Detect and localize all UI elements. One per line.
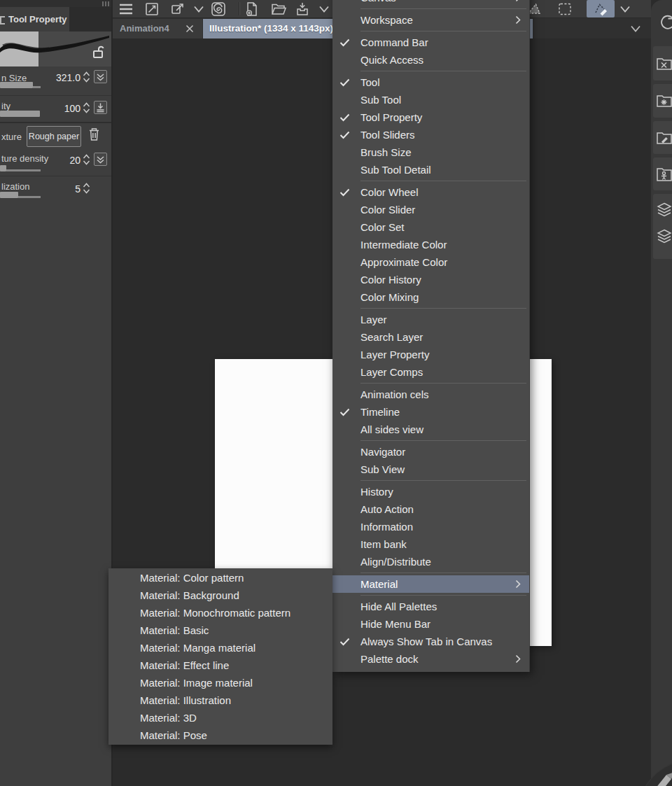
menu-item-search-layer[interactable]: Search Layer (332, 328, 529, 346)
submenu-item-material-background[interactable]: Material: Background (108, 587, 332, 604)
submenu-item-material-illustration[interactable]: Material: Illustration (108, 692, 332, 709)
undo-circular-arrow-icon[interactable] (658, 13, 672, 32)
tab-animation4[interactable]: Animation4 (113, 19, 202, 38)
menu-item-label: Material (360, 578, 515, 590)
hamburger-menu-icon[interactable] (118, 3, 134, 15)
rectangle-selection-icon[interactable] (556, 1, 573, 17)
submenu-item-material-color-pattern[interactable]: Material: Color pattern (108, 569, 332, 587)
tab-list-chevron-icon[interactable] (629, 22, 643, 35)
pose-panel-button[interactable] (653, 157, 672, 190)
slider-opacity[interactable] (0, 111, 40, 117)
texture-select-button[interactable]: Rough paper (27, 126, 81, 147)
scale-tool-icon[interactable] (144, 1, 160, 17)
tab-tool-property[interactable]: Tool Property (0, 7, 69, 31)
slider-label-opacity: ity (1, 101, 10, 111)
material-panel-button[interactable] (653, 84, 672, 118)
vector-selection-button-active[interactable] (587, 0, 615, 17)
stepper-stabilization[interactable] (82, 182, 91, 195)
menu-item-label: Search Layer (360, 331, 515, 343)
menu-item-timeline[interactable]: Timeline (332, 403, 529, 421)
menu-item-animation-cels[interactable]: Animation cels (332, 386, 529, 403)
edit-panel-button[interactable] (653, 121, 672, 154)
menu-item-tool-sliders[interactable]: Tool Sliders (332, 126, 529, 143)
slider-texture-density[interactable] (0, 165, 6, 171)
menu-item-layer-comps[interactable]: Layer Comps (332, 363, 529, 381)
submenu-item-material-3d[interactable]: Material: 3D (108, 709, 332, 727)
menu-item-label: Item bank (360, 538, 515, 550)
layer-stack-panel-button[interactable] (653, 194, 672, 259)
slider-stabilization[interactable] (0, 192, 18, 198)
stepper-opacity[interactable] (82, 101, 91, 114)
close-icon[interactable] (185, 24, 195, 34)
submenu-item-material-image-material[interactable]: Material: Image material (108, 674, 332, 692)
right-sidebar (651, 0, 672, 786)
menu-item-material[interactable]: Material (332, 575, 529, 593)
slider-texture-density-track[interactable] (6, 169, 41, 171)
open-file-icon[interactable] (271, 1, 286, 17)
submenu-item-material-manga-material[interactable]: Material: Manga material (108, 639, 332, 657)
expand-slider-button-size[interactable] (94, 70, 107, 83)
expand-slider-button-texture-density[interactable] (94, 153, 107, 166)
stepper-size[interactable] (82, 71, 91, 83)
menu-item-layer-property[interactable]: Layer Property (332, 346, 529, 363)
menu-item-all-sides-view[interactable]: All sides view (332, 421, 529, 438)
chevron-down-icon[interactable] (317, 3, 331, 15)
menu-item-canvas[interactable]: Canvas (332, 0, 529, 6)
menu-item-color-history[interactable]: Color History (332, 271, 529, 288)
menu-item-color-mixing[interactable]: Color Mixing (332, 288, 529, 306)
import-slider-button-opacity[interactable] (94, 101, 107, 114)
menu-item-palette-dock[interactable]: Palette dock (332, 650, 529, 668)
slider-value-texture-density[interactable]: 20 (41, 155, 80, 166)
unlock-icon[interactable] (92, 45, 106, 59)
stepper-texture-density[interactable] (82, 153, 91, 166)
menu-item-information[interactable]: Information (332, 518, 529, 535)
menu-item-color-set[interactable]: Color Set (332, 218, 529, 236)
menu-item-tool-property[interactable]: Tool Property (332, 108, 529, 126)
menu-item-hide-menu-bar[interactable]: Hide Menu Bar (332, 615, 529, 633)
chevron-down-icon[interactable] (192, 3, 206, 15)
brush-stroke-preview[interactable] (0, 31, 111, 66)
slider-stabilization-track[interactable] (18, 196, 41, 198)
slider-value-stabilization[interactable]: 5 (41, 183, 80, 195)
menu-item-navigator[interactable]: Navigator (332, 443, 529, 461)
export-save-icon[interactable] (295, 1, 310, 17)
menu-item-command-bar[interactable]: Command Bar (332, 34, 529, 51)
menu-item-sub-tool[interactable]: Sub Tool (332, 91, 529, 108)
menu-item-color-slider[interactable]: Color Slider (332, 201, 529, 218)
menu-item-align-distribute[interactable]: Align/Distribute (332, 553, 529, 570)
menu-item-always-show-tab-in-canvas[interactable]: Always Show Tab in Canvas (332, 633, 529, 650)
slider-value-opacity[interactable]: 100 (41, 103, 80, 114)
trash-icon[interactable] (88, 127, 101, 142)
menu-item-sub-tool-detail[interactable]: Sub Tool Detail (332, 161, 529, 178)
submenu-item-material-effect-line[interactable]: Material: Effect line (108, 657, 332, 674)
menu-item-layer[interactable]: Layer (332, 311, 529, 328)
menu-separator (360, 383, 526, 384)
menu-item-approximate-color[interactable]: Approximate Color (332, 253, 529, 271)
menu-item-quick-access[interactable]: Quick Access (332, 51, 529, 69)
submenu-item-material-pose[interactable]: Material: Pose (108, 727, 332, 744)
slider-value-size[interactable]: 321.0 (41, 72, 80, 83)
menu-item-color-wheel[interactable]: Color Wheel (332, 183, 529, 201)
menu-item-workspace[interactable]: Workspace (332, 11, 529, 29)
submenu-item-material-basic[interactable]: Material: Basic (108, 622, 332, 639)
slider-size[interactable] (0, 82, 33, 88)
menu-item-tool[interactable]: Tool (332, 73, 529, 91)
transform-tool-icon[interactable] (170, 1, 186, 17)
chevron-down-icon[interactable] (618, 3, 632, 15)
decoration-tool-icon[interactable] (211, 1, 226, 17)
menu-separator (360, 71, 526, 71)
panel-grip-icon[interactable] (102, 1, 109, 6)
menu-item-brush-size[interactable]: Brush Size (332, 143, 529, 161)
new-canvas-icon[interactable] (244, 1, 260, 17)
menu-item-item-bank[interactable]: Item bank (332, 535, 529, 553)
menu-item-label: Color History (360, 274, 515, 286)
close-material-panel-button[interactable] (653, 46, 672, 80)
menu-item-intermediate-color[interactable]: Intermediate Color (332, 236, 529, 253)
submenu-item-material-monochromatic-pattern[interactable]: Material: Monochromatic pattern (108, 604, 332, 622)
menu-item-sub-view[interactable]: Sub View (332, 461, 529, 478)
menu-item-history[interactable]: History (332, 483, 529, 500)
menu-item-label: Sub Tool Detail (360, 164, 515, 176)
menu-item-hide-all-palettes[interactable]: Hide All Palettes (332, 598, 529, 615)
slider-size-track[interactable] (33, 86, 41, 88)
menu-item-auto-action[interactable]: Auto Action (332, 500, 529, 518)
